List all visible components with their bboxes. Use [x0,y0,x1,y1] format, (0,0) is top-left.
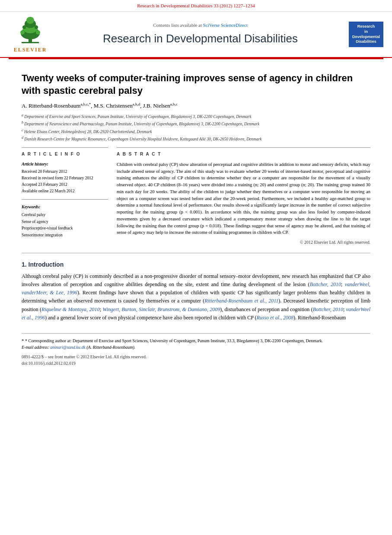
ref-wingert-2009[interactable]: Wingert, Burton, Sinclair, Brunstrom, & … [102,306,220,312]
affiliation-d: d Danish Research Centre for Magnetic Re… [22,135,370,142]
authors-line: A. Ritterband-Rosenbauma,b,c,*, M.S. Chr… [22,102,370,110]
section-divider-1 [22,253,370,253]
doi-line: doi:10.1016/j.ridd.2012.02.019 [22,360,370,367]
keyword-2: Sense of agency [22,219,108,225]
svg-point-7 [36,30,40,35]
ref-ritterband-2011[interactable]: Ritterband-Rosenbaum et al., 2011 [204,298,278,304]
affiliations: a Department of Exercise and Sport Scien… [22,113,370,143]
author-3-sup: a,b,c [170,102,178,106]
journal-citation-bar: Research in Developmental Disabilities 3… [0,0,392,12]
keywords-list: Cerebral palsy Sense of agency Proprioce… [22,212,108,239]
keyword-3: Proprioceptive-visual feedback [22,226,108,232]
author-3: , J.B. Nielsen [140,102,170,109]
ref-bottcher-2010b[interactable]: Bottcher, 2010 [313,306,343,312]
keyword-1: Cerebral palsy [22,212,108,218]
footnotes-area: * * Corresponding author at: Department … [22,333,370,351]
affiliation-b: b Department of Neuroscience and Pharmac… [22,120,370,127]
author-2: , M.S. Christensen [91,102,132,109]
intro-heading: 1. Introduction [22,260,370,269]
keyword-4: Sensorimotor integration [22,232,108,239]
abstract-text: Children with cerebral palsy (CP) show a… [117,161,370,236]
svg-point-8 [22,25,26,29]
keywords-section: Keywords: Cerebral palsy Sense of agency… [22,204,108,239]
article-info-col: A R T I C L E I N F O Article history: R… [22,147,108,245]
journal-header: ELSEVIER Contents lists available at Sci… [0,12,392,58]
ref-bottcher-2010[interactable]: Bottcher, 2010 [309,281,341,287]
journal-title-block: Contents lists available at SciVerse Sci… [61,22,340,47]
journal-citation-text: Research in Developmental Disabilities 3… [137,3,255,8]
author-1: A. Ritterband-Rosenbaum [22,102,80,109]
ref-riquelme-2010[interactable]: Riquelme & Montoya, 2010 [41,306,99,312]
email-label: E-mail address: [22,345,49,350]
ref-russo-2008[interactable]: Russo et al., 2008 [256,315,293,321]
sciverse-line: Contents lists available at SciVerse Sci… [61,22,340,29]
article-history: Article history: Received 20 February 20… [22,161,108,194]
affiliation-a: a Department of Exercise and Sport Scien… [22,113,370,120]
two-column-layout: A R T I C L E I N F O Article history: R… [22,147,370,245]
abstract-col: A B S T R A C T Children with cerebral p… [117,147,370,245]
available-date: Available online 22 March 2012 [22,188,108,194]
elsevier-logo: ELSEVIER [9,15,52,54]
history-label: Article history: [22,161,108,168]
received-revised-date: Received in revised form 22 February 201… [22,175,108,182]
logo-box-text: ResearchinDevelopmentalDisabilities [351,24,382,45]
contents-text: Contents lists available at [153,22,202,28]
journal-logo-box: ResearchinDevelopmentalDisabilities [349,22,383,47]
footnote-star: * * Corresponding author at: Department … [22,337,370,344]
footnote-email-line: E-mail address: aninari@sund.ku.dk (A. R… [22,344,370,350]
affiliation-c: c Helene Elsass Center, Holmegårdsvej 28… [22,128,370,135]
issn-line: 0891-4222/$ – see front matter © 2012 El… [22,354,370,360]
paper-title: Twenty weeks of computer-training improv… [22,72,370,97]
article-content: Twenty weeks of computer-training improv… [0,59,392,326]
intro-paragraph: Although cerebral palsy (CP) is commonly… [22,272,370,322]
article-info-label: A R T I C L E I N F O [22,151,108,158]
author-2-sup: a,b,d [133,102,140,106]
footnote-text: * Corresponding author at: Department of… [25,338,323,343]
journal-main-title: Research in Developmental Disabilities [61,31,340,47]
left-col-divider [22,199,108,200]
abstract-label: A B S T R A C T [117,151,370,158]
svg-point-5 [26,17,34,24]
journal-logo-right: ResearchinDevelopmentalDisabilities [349,22,383,47]
email-suffix: (A. Ritterband-Rosenbaum). [86,345,135,350]
elsevier-tree-icon [13,15,48,45]
intro-number: 1. [22,261,27,268]
svg-point-6 [20,30,25,35]
footer-ids: 0891-4222/$ – see front matter © 2012 El… [22,354,370,366]
copyright-line: © 2012 Elsevier Ltd. All rights reserved… [117,239,370,246]
accepted-date: Accepted 23 February 2012 [22,182,108,188]
page-wrapper: Research in Developmental Disabilities 3… [0,0,392,379]
elsevier-wordmark: ELSEVIER [14,46,47,54]
svg-rect-1 [22,42,39,43]
sciverse-link[interactable]: SciVerse ScienceDirect [203,22,248,28]
intro-title: Introduction [29,261,64,268]
email-address[interactable]: aninari@sund.ku.dk [50,345,85,350]
received-date: Received 20 February 2012 [22,169,108,175]
keywords-label: Keywords: [22,204,108,210]
svg-point-9 [35,25,38,29]
author-1-sup: a,b,c,* [80,102,91,106]
